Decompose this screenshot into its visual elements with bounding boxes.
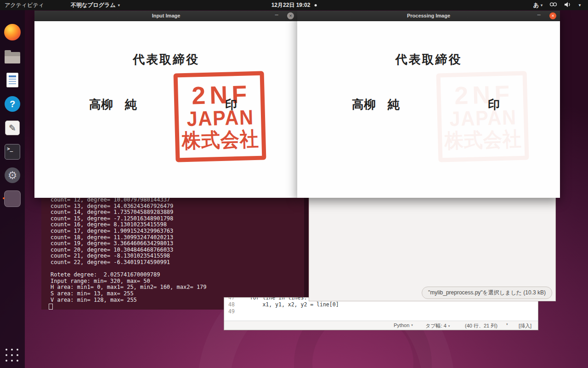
input-method-label: あ <box>533 1 539 9</box>
terminal-line: count= 16, degree= 8.13010235415598 <box>51 222 207 228</box>
code-line: x1, y1, x2, y2 = line[0] <box>237 301 339 308</box>
document-heading: 代表取締役 <box>133 52 199 68</box>
screen: count= 12, degree= 10.00797980144337 cou… <box>0 0 588 368</box>
input-method-menu[interactable]: あ ▾ <box>533 1 543 9</box>
stamp-line2: JAPAN <box>187 106 254 130</box>
dock-item-files[interactable] <box>2 46 23 66</box>
seal-character: 印 <box>488 97 500 113</box>
stamp-line3: 株式会社 <box>181 127 259 152</box>
document-heading: 代表取締役 <box>396 52 462 68</box>
position-dropdown[interactable]: ▾ <box>506 322 508 326</box>
terminal-line: count= 15, degree= -7.125016348901798 <box>51 216 207 222</box>
terminal-line: count= 12, degree= 10.00797980144337 <box>51 197 207 203</box>
faded-company-stamp: 2NF JAPAN 株式会社 <box>436 71 529 162</box>
tab-width-label: タブ幅: 4 <box>425 322 447 329</box>
help-icon: ? <box>5 96 20 112</box>
cursor-position-label: (40 行、21 列) <box>465 322 498 329</box>
dock-item-firefox[interactable] <box>2 22 23 42</box>
dock-item-terminal[interactable]: >_ <box>2 142 23 162</box>
system-menu-icon[interactable]: ▼ <box>578 3 582 7</box>
terminal-line: count= 14, degree= 1.7357045889283889 <box>51 209 207 216</box>
terminal-cursor <box>49 304 53 310</box>
terminal-line: Rotete degree: 2.025741670009789 <box>51 272 207 278</box>
person-name: 高柳 純 <box>89 97 137 113</box>
pen-icon: ✎ <box>5 121 20 135</box>
text-editor-window[interactable]: 47 for line in lines: 48 x1, y1, x2, y2 … <box>224 297 538 330</box>
terminal-line: S area: min= 13, max= 255 <box>51 291 207 297</box>
stamp-line2: JAPAN <box>449 106 517 130</box>
terminal-line: count= 21, degree= -8.13010235415598 <box>51 253 207 259</box>
input-image-window: Input Image – × 代表取締役 高柳 純 印 2NF JAPAN 株… <box>34 11 298 198</box>
dock-item-settings[interactable]: ⚙ <box>2 165 23 185</box>
firefox-icon <box>4 24 21 40</box>
editor-row: 49 <box>224 308 538 315</box>
chevron-down-icon: ▾ <box>411 323 413 327</box>
document-icon <box>6 73 18 87</box>
language-selector[interactable]: Python ▾ <box>394 322 413 328</box>
terminal-line: V area: min= 128, max= 255 <box>51 297 207 304</box>
processing-image-window: Processing Image – × 代表取締役 高柳 純 印 2NF JA… <box>297 11 560 198</box>
clock-menu[interactable]: 12月22日 19:02 <box>271 1 317 9</box>
processing-image-titlebar[interactable]: Processing Image – × <box>297 11 560 21</box>
seal-character: 印 <box>225 97 237 113</box>
terminal-line <box>51 266 207 272</box>
terminal-line: count= 20, degree= 10.304846468766033 <box>51 247 207 253</box>
clock-label: 12月22日 19:02 <box>271 1 311 9</box>
terminal-line: count= 19, degree= 3.3664606634298013 <box>51 241 207 247</box>
chevron-down-icon: ▾ <box>448 324 450 328</box>
terminal-line: Input range: min= 320, max= 50 <box>51 278 207 285</box>
app-menu[interactable]: 不明なプログラム ▾ <box>71 1 120 9</box>
minimize-button[interactable]: – <box>535 11 543 18</box>
dock-item-running-app[interactable] <box>2 189 23 209</box>
insert-mode-label: [挿入] <box>519 322 531 329</box>
gear-icon: ⚙ <box>5 167 20 183</box>
stamp-line3: 株式会社 <box>444 127 522 152</box>
dock-item-office-document[interactable] <box>2 70 23 90</box>
app-menu-label: 不明なプログラム <box>71 1 116 9</box>
network-link-icon[interactable] <box>549 2 557 8</box>
dock-item-text-editor[interactable]: ✎ <box>2 118 23 138</box>
input-image-canvas: 代表取締役 高柳 純 印 2NF JAPAN 株式会社 <box>34 21 298 198</box>
terminal-line: count= 17, degree= 1.9091524329963763 <box>51 228 207 235</box>
unknown-app-icon <box>4 190 21 207</box>
tab-width-selector[interactable]: タブ幅: 4 ▾ <box>425 322 450 329</box>
language-label: Python <box>394 322 409 328</box>
processing-image-canvas: 代表取締役 高柳 純 印 2NF JAPAN 株式会社 <box>297 21 560 198</box>
minimize-button[interactable]: – <box>273 11 280 18</box>
terminal-icon: >_ <box>5 144 20 160</box>
input-image-titlebar[interactable]: Input Image – × <box>34 11 298 21</box>
insert-mode-indicator: [挿入] <box>519 322 531 329</box>
close-button[interactable]: × <box>549 12 556 19</box>
show-applications-button[interactable] <box>6 349 19 362</box>
person-name: 高柳 純 <box>352 97 400 113</box>
running-indicator-dot <box>3 197 5 199</box>
line-number: 47 <box>224 297 236 301</box>
stamp-line1: 2NF <box>454 82 514 108</box>
system-indicators: あ ▾ ▼ <box>533 1 582 9</box>
cursor-position: (40 行、21 列) <box>465 322 498 329</box>
code-line: for line in lines: <box>237 297 307 301</box>
red-company-stamp: 2NF JAPAN 株式会社 <box>174 71 266 162</box>
dock-item-help[interactable]: ? <box>2 94 23 114</box>
window-title: Processing Image <box>407 13 450 18</box>
selection-toast: "mylib_preprocess.py"を選択しました (10.3 kB) <box>422 287 552 299</box>
window-title: Input Image <box>152 13 181 18</box>
activities-button[interactable]: アクティビティ <box>5 1 44 9</box>
dock: ? ✎ >_ ⚙ <box>0 10 25 368</box>
line-number: 48 <box>224 301 236 308</box>
top-bar: アクティビティ 不明なプログラム ▾ 12月22日 19:02 あ ▾ <box>0 0 588 10</box>
stamp-line1: 2NF <box>192 82 251 108</box>
terminal-line: count= 13, degree= 14.036243467926479 <box>51 203 207 210</box>
terminal-line: count= 18, degree= 11.309932474020213 <box>51 235 207 241</box>
close-button[interactable]: × <box>287 12 294 19</box>
terminal-output: count= 12, degree= 10.00797980144337 cou… <box>51 197 207 303</box>
notification-dot-icon <box>314 4 317 6</box>
chevron-down-icon: ▾ <box>541 3 543 7</box>
terminal-line: count= 22, degree= -6.34019174590991 <box>51 259 207 266</box>
line-number: 49 <box>224 308 236 315</box>
editor-status-bar: Python ▾ タブ幅: 4 ▾ (40 行、21 列) ▾ [挿入] <box>224 321 538 330</box>
editor-row: 48 x1, y1, x2, y2 = line[0] <box>224 301 538 308</box>
volume-icon[interactable] <box>564 2 571 9</box>
chevron-down-icon: ▾ <box>506 322 508 326</box>
chevron-down-icon: ▾ <box>118 3 120 7</box>
